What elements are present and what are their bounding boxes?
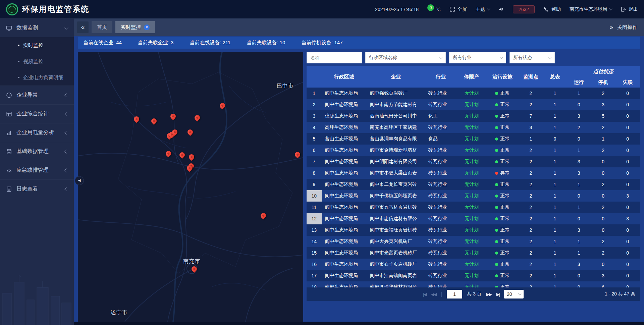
stat-value: 147 [334, 40, 343, 46]
table-row[interactable]: 18南部生态环境局南部县瑞华建材有限公砖瓦行业无计划正常21060 [307, 281, 640, 287]
table-row[interactable]: 17阆中生态环境局阆中市江南镇阆南页岩砖瓦行业无计划正常21030 [307, 270, 640, 281]
logout-label: 退出 [629, 6, 638, 12]
table-row[interactable]: 8阆中生态环境局阆中市枣碧大梁山页岩砖瓦行业无计划异常21300 [307, 167, 640, 179]
sidebar-item-power-analysis[interactable]: 企业用电量分析 [0, 123, 74, 142]
row-company: 阆中市忠信建材有限公 [367, 213, 425, 224]
tabs-scroll-left-button[interactable]: « [77, 21, 89, 33]
sidebar-item-enterprise-abnormal[interactable]: 企业异常 [0, 86, 74, 104]
table-row[interactable]: 12阆中生态环境局阆中市忠信建材有限公砖瓦行业无计划正常21003 [307, 213, 640, 224]
table-row[interactable]: 4高坪生态环境局南充市高坪区王家店建砖瓦行业无计划正常31220 [307, 122, 640, 133]
row-region: 高坪生态环境局 [322, 122, 367, 133]
status-ok-dot [495, 160, 498, 163]
table-row[interactable]: 2阆中生态环境局阆中市南方节能建材有砖瓦行业无计划正常21030 [307, 99, 640, 110]
status-text: 正常 [500, 181, 509, 187]
table-row[interactable]: 3仪陇生态环境局西南油气田分公司川中化工无计划正常71350 [307, 110, 640, 122]
table-row[interactable]: 14阆中生态环境局阆中大兴页岩机砖厂砖瓦行业无计划正常21120 [307, 236, 640, 247]
sidebar-item-log-view[interactable]: 日志查看 [0, 179, 74, 198]
col-index [307, 66, 322, 88]
row-industry: 砖瓦行业 [425, 179, 457, 190]
chevron-left-icon [64, 150, 68, 153]
page-size-select[interactable]: 20 [504, 290, 524, 299]
table-row[interactable]: 9阆中生态环境局阆中市二龙长宝页岩砖砖瓦行业无计划正常21120 [307, 179, 640, 190]
close-icon[interactable]: × [144, 24, 150, 30]
stat-item-5: 当前停机设备: 147 [301, 40, 342, 46]
row-points: 3 [518, 122, 543, 133]
table-row[interactable]: 13阆中生态环境局阆中市金福旺页岩机砖砖瓦行业无计划正常21300 [307, 224, 640, 236]
logout-button[interactable]: 退出 [621, 6, 638, 12]
stat-item-4: 当前失联设备: 10 [247, 40, 285, 46]
table-row[interactable]: 6阆中生态环境局阆中市金博瑞新型墙材砖瓦行业无计划正常21120 [307, 145, 640, 156]
stat-value: 44 [116, 40, 122, 46]
region-filter-select[interactable]: 行政区域名称 [365, 52, 446, 63]
org-dropdown[interactable]: 南充市生态环境局 [570, 6, 612, 12]
tabs-scroll-right-icon[interactable]: » [609, 23, 613, 31]
first-page-button[interactable]: |◀ [423, 292, 426, 297]
table-row[interactable]: 1阆中生态环境局阆中强锐页岩砖厂砖瓦行业无计划正常21120 [307, 88, 640, 99]
row-meters: 1 [543, 190, 567, 202]
chart-icon [6, 130, 12, 136]
row-index: 2 [307, 99, 322, 110]
collapse-panel-button[interactable]: ◀ [75, 176, 84, 185]
row-points: 2 [518, 259, 543, 270]
sidebar-item-label: 数据监测 [16, 24, 61, 32]
status-filter-select[interactable]: 所有状态 [509, 52, 555, 63]
row-company: 阆中市南方节能建材有 [367, 99, 425, 110]
table-row[interactable]: 15阆中生态环境局阆中市光富页岩机砖厂砖瓦行业无计划正常21120 [307, 247, 640, 259]
col-company: 企业 [367, 66, 425, 88]
table-row[interactable]: 7阆中生态环境局阆中明阳建材有限公司砖瓦行业无计划正常21300 [307, 156, 640, 167]
alert-count-badge[interactable]: 2632 [513, 5, 535, 13]
theme-dropdown[interactable]: 主题 [476, 6, 490, 12]
tab-realtime[interactable]: 实时监控× [115, 21, 155, 33]
row-stopped: 5 [591, 110, 615, 122]
row-company: 阆中市石子页岩机砖厂 [367, 259, 425, 270]
speaker-icon[interactable] [498, 6, 504, 12]
next-page-button[interactable]: ▶▶ [486, 292, 492, 297]
row-running: 0 [567, 99, 591, 110]
table-row[interactable]: 10阆中生态环境局阆中千佛镇五郎垭页岩砖瓦行业无计划正常21003 [307, 190, 640, 202]
sidebar-item-realtime-monitor[interactable]: 实时监控 [0, 37, 74, 53]
sidebar-item-emergency-reduction[interactable]: 应急减排管理 [0, 161, 74, 179]
status-ok-dot [495, 92, 498, 95]
row-region: 阆中生态环境局 [322, 213, 367, 224]
table-row[interactable]: 5营山生态环境局营山县润丰肉食品有限食品无计划正常10010 [307, 133, 640, 145]
row-facility-status: 正常 [487, 122, 518, 133]
row-points: 2 [518, 270, 543, 281]
sidebar-item-base-data[interactable]: 基础数据管理 [0, 142, 74, 161]
row-index: 10 [307, 190, 322, 202]
tab-home[interactable]: 首页 [92, 21, 112, 33]
prev-page-button[interactable]: ◀◀ [431, 292, 436, 297]
status-text: 正常 [500, 273, 509, 278]
close-operations[interactable]: » 关闭操作 [609, 23, 641, 31]
last-page-button[interactable]: ▶| [496, 292, 499, 297]
industry-filter-select[interactable]: 所有行业 [449, 52, 506, 63]
page-input[interactable] [447, 290, 462, 299]
fullscreen-button[interactable]: 全屏 [449, 6, 467, 12]
main-row: 数据监测实时监控视频监控企业电力负荷明细企业异常企业综合统计企业用电量分析基础数… [0, 18, 644, 325]
row-industry: 砖瓦行业 [425, 167, 457, 179]
status-ok-dot [495, 183, 498, 186]
row-meters: 1 [543, 259, 567, 270]
col-facility: 治污设施 [487, 66, 518, 88]
row-region: 阆中生态环境局 [322, 236, 367, 247]
sidebar-item-data-monitor[interactable]: 数据监测 [0, 18, 74, 37]
table-row[interactable]: 11阆中生态环境局阆中市五马桥页岩机砖砖瓦行业无计划正常21120 [307, 202, 640, 213]
org-name: 南充市生态环境局 [570, 6, 607, 12]
row-company: 阆中市光富页岩机砖厂 [367, 247, 425, 259]
sidebar-item-power-load-detail[interactable]: 企业电力负荷明细 [0, 69, 74, 86]
map-panel[interactable]: 巴中市南充市遂宁市 [78, 52, 303, 322]
sidebar-menu: 数据监测实时监控视频监控企业电力负荷明细企业异常企业综合统计企业用电量分析基础数… [0, 18, 74, 198]
status-text: 正常 [500, 216, 509, 221]
row-lost: 3 [615, 213, 640, 224]
status-ok-dot [495, 126, 498, 129]
row-lost: 0 [615, 236, 640, 247]
help-button[interactable]: 帮助 [543, 6, 561, 12]
name-filter-input[interactable] [307, 52, 362, 63]
row-facility-status: 正常 [487, 190, 518, 202]
row-plan: 无计划 [457, 179, 486, 190]
table-row[interactable]: 16阆中生态环境局阆中市石子页岩机砖厂砖瓦行业无计划正常21300 [307, 259, 640, 270]
row-lost: 0 [615, 224, 640, 236]
chevron-down-icon [500, 55, 503, 59]
sidebar-item-video-monitor[interactable]: 视频监控 [0, 53, 74, 69]
row-region: 阆中生态环境局 [322, 156, 367, 167]
sidebar-item-enterprise-stats[interactable]: 企业综合统计 [0, 104, 74, 123]
